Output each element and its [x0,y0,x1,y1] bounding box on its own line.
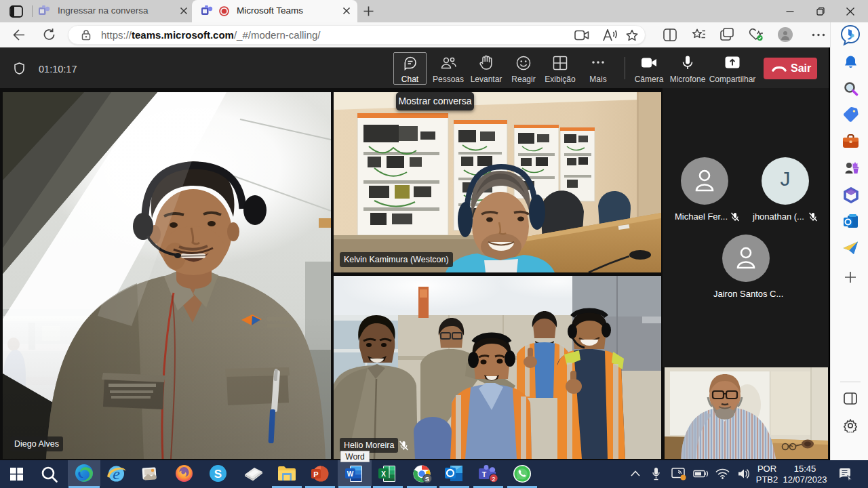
svg-text:T: T [482,470,487,479]
svg-text:S: S [425,475,429,483]
svg-text:X: X [381,470,386,478]
svg-text:e: e [113,465,120,483]
svg-text:W: W [347,470,354,478]
svg-text:P: P [313,470,318,479]
svg-text:2: 2 [492,475,495,483]
svg-text:S: S [214,468,222,481]
